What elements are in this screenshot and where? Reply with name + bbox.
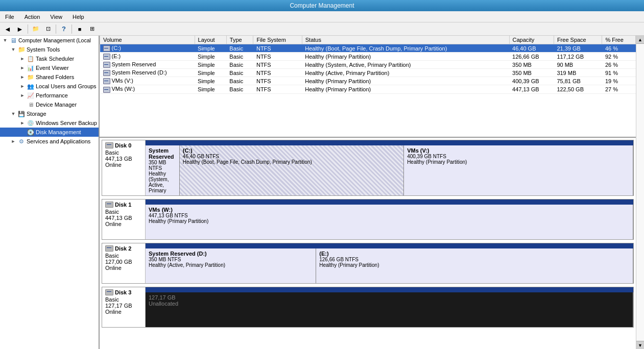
- disk-row: Disk 2 Basic 127,00 GB Online System Res…: [102, 243, 634, 284]
- disk-row: Disk 3 Basic 127,17 GB Online 127,17 GBU…: [102, 287, 634, 328]
- cell-layout: Simple: [195, 61, 226, 69]
- expander-backup[interactable]: ►: [18, 119, 27, 127]
- right-scrollbar[interactable]: ▲ ▼: [636, 36, 644, 349]
- perf-icon: 📈: [27, 91, 35, 99]
- col-status[interactable]: Status: [302, 36, 509, 44]
- back-button[interactable]: ◄: [2, 23, 13, 35]
- expander-system-tools[interactable]: ▼: [9, 45, 17, 54]
- help-button[interactable]: ?: [58, 23, 69, 35]
- expander-task[interactable]: ►: [18, 55, 27, 63]
- volume-row[interactable]: System Reserved Simple Basic NTFS Health…: [100, 61, 636, 69]
- expander-event[interactable]: ►: [18, 64, 27, 72]
- computer-icon: 🖥: [9, 36, 17, 44]
- volume-row[interactable]: VMs (V:) Simple Basic NTFS Healthy (Prim…: [100, 77, 636, 85]
- disk-type: Basic: [105, 209, 142, 215]
- cell-status: Healthy (System, Active, Primary Partiti…: [302, 61, 509, 69]
- scrollbar-down[interactable]: ▼: [636, 341, 644, 349]
- partition[interactable]: (E:)126,66 GB NTFSHealthy (Primary Parti…: [316, 248, 633, 283]
- expander-users[interactable]: ►: [18, 82, 27, 90]
- tree-services[interactable]: ► ⚙ Services and Applications: [0, 137, 99, 146]
- disk-mgmt-label: Disk Management: [36, 129, 81, 135]
- col-capacity[interactable]: Capacity: [509, 36, 554, 44]
- partition-row: 127,17 GBUnallocated: [146, 292, 633, 327]
- col-filesystem[interactable]: File System: [253, 36, 302, 44]
- tree-storage[interactable]: ▼ 💾 Storage: [0, 109, 99, 118]
- cell-capacity: 46,40 GB: [509, 44, 554, 53]
- export-button[interactable]: ■: [74, 23, 85, 35]
- cell-type: Basic: [226, 53, 253, 61]
- menu-action[interactable]: Action: [21, 13, 43, 20]
- volume-row[interactable]: System Reserved (D:) Simple Basic NTFS H…: [100, 69, 636, 77]
- tree-device-manager[interactable]: 🖥 Device Manager: [0, 100, 99, 109]
- cell-volume: VMs (W:): [100, 85, 195, 93]
- partition-row: System Reserved350 MB NTFSHealthy (Syste…: [146, 145, 633, 195]
- col-type[interactable]: Type: [226, 36, 253, 44]
- tree-local-users[interactable]: ► 👥 Local Users and Groups: [0, 82, 99, 91]
- disk-type: Basic: [105, 296, 142, 303]
- disk-partitions-wrapper: System Reserved (D:)350 MB NTFSHealthy (…: [146, 243, 633, 283]
- partition[interactable]: 127,17 GBUnallocated: [146, 292, 633, 327]
- cell-type: Basic: [226, 69, 253, 77]
- tree-disk-management[interactable]: 💽 Disk Management: [0, 128, 99, 137]
- menu-view[interactable]: View: [47, 13, 65, 20]
- toolbar-separator-1: [28, 24, 28, 34]
- partition[interactable]: System Reserved (D:)350 MB NTFSHealthy (…: [146, 248, 316, 283]
- partition[interactable]: System Reserved350 MB NTFSHealthy (Syste…: [146, 145, 180, 195]
- col-pctfree[interactable]: % Free: [602, 36, 636, 44]
- event-label: Event Viewer: [36, 65, 69, 71]
- disk-type: Basic: [105, 149, 142, 156]
- volume-row[interactable]: (C:) Simple Basic NTFS Healthy (Boot, Pa…: [100, 44, 636, 53]
- cell-capacity: 400,39 GB: [509, 77, 554, 85]
- partition[interactable]: (C:)46,40 GB NTFSHealthy (Boot, Page Fil…: [180, 145, 404, 195]
- disk-row: Disk 0 Basic 447,13 GB Online System Res…: [102, 140, 634, 196]
- partition-name: System Reserved (D:): [149, 251, 313, 257]
- tree-system-tools[interactable]: ▼ 📁 System Tools: [0, 45, 99, 54]
- forward-button[interactable]: ►: [14, 23, 26, 35]
- cell-layout: Simple: [195, 77, 226, 85]
- expander-shared[interactable]: ►: [18, 73, 27, 81]
- disk-info: Disk 1 Basic 447,13 GB Online: [102, 200, 146, 239]
- scrollbar-track[interactable]: [636, 44, 644, 341]
- menu-file[interactable]: File: [2, 13, 17, 20]
- disk-status: Online: [105, 309, 142, 315]
- properties-button[interactable]: ⊞: [86, 23, 98, 35]
- volume-row[interactable]: (E:) Simple Basic NTFS Healthy (Primary …: [100, 53, 636, 61]
- tree-shared-folders[interactable]: ► 📁 Shared Folders: [0, 72, 99, 82]
- tree-task-scheduler[interactable]: ► 📋 Task Scheduler: [0, 54, 99, 63]
- cell-layout: Simple: [195, 53, 226, 61]
- cell-status: Healthy (Primary Partition): [302, 53, 509, 61]
- app-title: Computer Management: [290, 2, 354, 9]
- expander-root[interactable]: ▼: [1, 36, 9, 44]
- cell-volume: System Reserved: [100, 61, 195, 69]
- scrollbar-up[interactable]: ▲: [636, 36, 644, 44]
- partition[interactable]: VMs (W:)447,13 GB NTFSHealthy (Primary P…: [146, 205, 633, 239]
- partition-detail1: 447,13 GB NTFS: [149, 213, 630, 218]
- col-layout[interactable]: Layout: [195, 36, 226, 44]
- toolbar-separator-2: [56, 24, 56, 34]
- tree-root[interactable]: ▼ 🖥 Computer Management (Local: [0, 36, 99, 45]
- expander-storage[interactable]: ▼: [9, 110, 17, 118]
- tree-panel[interactable]: ▼ 🖥 Computer Management (Local ▼ 📁 Syste…: [0, 36, 100, 349]
- backup-icon: 💿: [27, 119, 35, 127]
- tree-event-viewer[interactable]: ► 📊 Event Viewer: [0, 63, 99, 72]
- expander-perf[interactable]: ►: [18, 91, 27, 99]
- cell-free: 21,39 GB: [554, 44, 602, 53]
- task-label: Task Scheduler: [36, 56, 74, 62]
- col-volume[interactable]: Volume: [100, 36, 195, 44]
- tree-performance[interactable]: ► 📈 Performance: [0, 91, 99, 100]
- cell-free: 75,81 GB: [554, 77, 602, 85]
- main-container: ▼ 🖥 Computer Management (Local ▼ 📁 Syste…: [0, 36, 644, 349]
- tree-windows-backup[interactable]: ► 💿 Windows Server Backup: [0, 118, 99, 128]
- cell-pctfree: 92 %: [602, 53, 636, 61]
- expander-services[interactable]: ►: [9, 137, 17, 145]
- device-label: Device Manager: [36, 102, 77, 108]
- disk-size: 447,13 GB: [105, 215, 142, 221]
- partition[interactable]: VMs (V:)400,39 GB NTFSHealthy (Primary P…: [404, 145, 633, 195]
- disk-area[interactable]: Disk 0 Basic 447,13 GB Online System Res…: [100, 138, 636, 349]
- up-button[interactable]: 📁: [30, 23, 41, 35]
- menu-help[interactable]: Help: [69, 13, 87, 20]
- disk-name: Disk 3: [115, 289, 131, 295]
- col-freespace[interactable]: Free Space: [554, 36, 602, 44]
- volume-row[interactable]: VMs (W:) Simple Basic NTFS Healthy (Prim…: [100, 85, 636, 93]
- show-hide-button[interactable]: ⊡: [42, 23, 54, 35]
